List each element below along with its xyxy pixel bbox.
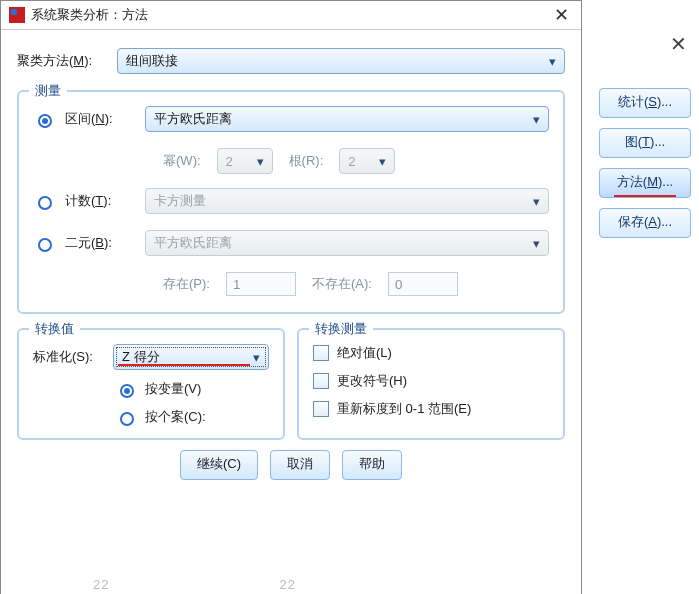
chevron-down-icon: ▾	[549, 54, 556, 69]
binary-combo: 平方欧氏距离▾	[145, 230, 549, 256]
chevron-down-icon: ▾	[533, 194, 540, 209]
present-absent-row: 存在(P): 不存在(A):	[163, 272, 549, 296]
side-save-button[interactable]: 保存(A)...	[599, 208, 691, 238]
help-button[interactable]: 帮助	[342, 450, 402, 480]
interval-combo[interactable]: 平方欧氏距离▾	[145, 106, 549, 132]
chevron-down-icon: ▾	[533, 112, 540, 127]
app-icon	[9, 7, 25, 23]
root-combo: 2▾	[339, 148, 395, 174]
window-title: 系统聚类分析：方法	[31, 6, 543, 24]
side-method-button[interactable]: 方法(M)...	[599, 168, 691, 198]
absent-label: 不存在(A):	[312, 275, 372, 293]
cluster-method-combo[interactable]: 组间联接 ▾	[117, 48, 565, 74]
binary-radio[interactable]	[38, 238, 52, 252]
interval-radio[interactable]	[38, 114, 52, 128]
close-icon[interactable]: ✕	[549, 4, 573, 26]
root-label: 根(R):	[289, 152, 324, 170]
by-case-radio[interactable]	[120, 412, 134, 426]
standardize-label: 标准化(S):	[33, 348, 103, 366]
method-dialog: 系统聚类分析：方法 ✕ 聚类方法(M): 组间联接 ▾ 测量 区间(N): 平方…	[0, 0, 582, 594]
binary-label: 二元(B):	[65, 234, 135, 252]
count-radio[interactable]	[38, 196, 52, 210]
by-case-label: 按个案(C):	[145, 408, 206, 426]
title-bar: 系统聚类分析：方法 ✕	[1, 1, 581, 30]
by-variable-label: 按变量(V)	[145, 380, 201, 398]
power-label: 幂(W):	[163, 152, 201, 170]
side-button-stack: 统计(S)... 图(T)... 方法(M)... 保存(A)...	[599, 88, 691, 238]
present-input	[226, 272, 296, 296]
measure-legend: 测量	[29, 82, 67, 100]
cluster-method-value: 组间联接	[126, 52, 178, 70]
present-label: 存在(P):	[163, 275, 210, 293]
background-window-strip: ✕ 统计(S)... 图(T)... 方法(M)... 保存(A)...	[579, 0, 699, 594]
cluster-method-label: 聚类方法(M):	[17, 52, 107, 70]
transform-measure-legend: 转换测量	[309, 320, 373, 338]
transform-values-legend: 转换值	[29, 320, 80, 338]
close-icon[interactable]: ✕	[670, 32, 687, 56]
absent-input	[388, 272, 458, 296]
chevron-down-icon: ▾	[379, 154, 386, 169]
red-underline	[614, 195, 676, 197]
abs-checkbox[interactable]	[313, 345, 329, 361]
range-label: 重新标度到 0-1 范围(E)	[337, 400, 471, 418]
chevron-down-icon: ▾	[533, 236, 540, 251]
power-combo: 2▾	[217, 148, 273, 174]
measure-group: 测量 区间(N): 平方欧氏距离▾ 幂(W): 2▾ 根(R): 2▾ 计数(T…	[17, 90, 565, 314]
abs-label: 绝对值(L)	[337, 344, 392, 362]
continue-button[interactable]: 继续(C)	[180, 450, 258, 480]
transform-measure-group: 转换测量 绝对值(L) 更改符号(H) 重新标度到 0-1 范围(E)	[297, 328, 565, 440]
range-checkbox[interactable]	[313, 401, 329, 417]
power-root-row: 幂(W): 2▾ 根(R): 2▾	[163, 148, 549, 174]
count-label: 计数(T):	[65, 192, 135, 210]
side-stats-button[interactable]: 统计(S)...	[599, 88, 691, 118]
background-numbers: 2222	[93, 577, 296, 592]
transform-values-group: 转换值 标准化(S): Z 得分▾ 按变量(V) 按个案(C):	[17, 328, 285, 440]
sign-label: 更改符号(H)	[337, 372, 407, 390]
standardize-combo[interactable]: Z 得分▾	[113, 344, 269, 370]
side-plots-button[interactable]: 图(T)...	[599, 128, 691, 158]
count-combo: 卡方测量▾	[145, 188, 549, 214]
dialog-button-bar: 继续(C) 取消 帮助	[17, 450, 565, 480]
interval-label: 区间(N):	[65, 110, 135, 128]
cancel-button[interactable]: 取消	[270, 450, 330, 480]
by-variable-radio[interactable]	[120, 384, 134, 398]
chevron-down-icon: ▾	[253, 350, 260, 365]
chevron-down-icon: ▾	[257, 154, 264, 169]
sign-checkbox[interactable]	[313, 373, 329, 389]
